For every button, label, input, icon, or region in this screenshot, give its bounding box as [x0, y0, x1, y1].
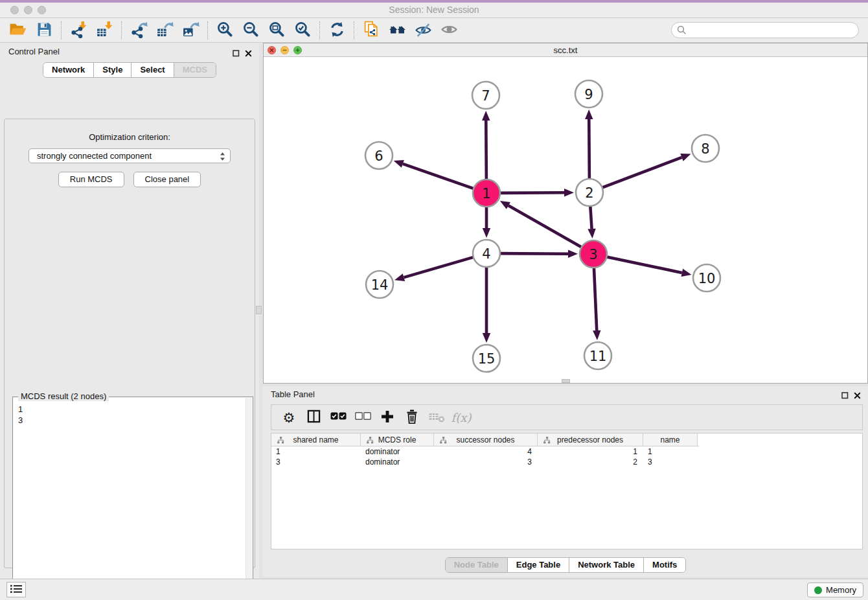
- tab-style[interactable]: Style: [93, 63, 131, 77]
- first-neighbors-button[interactable]: [384, 20, 410, 41]
- run-mcds-button[interactable]: Run MCDS: [58, 172, 124, 187]
- graph-node-label: 8: [701, 141, 709, 157]
- import-table-icon: [96, 21, 113, 40]
- zoom-in-icon: [216, 21, 234, 40]
- graph-node-label: 1: [482, 186, 490, 202]
- zoom-in-button[interactable]: [212, 20, 238, 41]
- edge-arrowhead: [394, 160, 404, 168]
- result-scrollbar[interactable]: [246, 398, 252, 600]
- import-network-button[interactable]: [65, 20, 91, 41]
- delete-row-button[interactable]: [400, 406, 424, 428]
- edge-2-8[interactable]: [602, 157, 682, 188]
- column-header-label: successor nodes: [456, 435, 514, 444]
- refresh-button[interactable]: [324, 20, 350, 41]
- float-table-panel-icon[interactable]: [841, 390, 849, 402]
- table-cell[interactable]: 2: [538, 457, 643, 467]
- duplicate-network-button[interactable]: [358, 20, 384, 41]
- edge-arrowhead: [482, 111, 490, 121]
- open-session-button[interactable]: [5, 20, 31, 41]
- float-panel-icon[interactable]: [233, 48, 240, 60]
- tab-network[interactable]: Network: [43, 63, 93, 77]
- import-table-button[interactable]: [91, 20, 117, 41]
- zoom-out-button[interactable]: [238, 20, 264, 41]
- zoom-fit-button[interactable]: [264, 20, 290, 41]
- zoom-selected-button[interactable]: [290, 20, 315, 41]
- network-canvas[interactable]: 7968124314101511: [264, 57, 867, 383]
- edge-arrowhead: [680, 154, 691, 161]
- network-splitter-handle[interactable]: [562, 379, 570, 383]
- edge-arrowhead: [593, 330, 600, 340]
- edge-3-10[interactable]: [606, 257, 682, 273]
- hide-selected-icon: [415, 21, 432, 40]
- tab-select[interactable]: Select: [131, 63, 173, 77]
- edge-3-11[interactable]: [594, 267, 597, 330]
- table-cell[interactable]: 4: [434, 446, 538, 457]
- graph-node-label: 2: [585, 185, 593, 201]
- column-header-successor-nodes[interactable]: successor nodes: [434, 433, 538, 446]
- table-settings-button[interactable]: ⚙: [277, 406, 301, 428]
- memory-button[interactable]: Memory: [807, 583, 863, 597]
- show-columns-button[interactable]: [301, 406, 326, 428]
- function-builder-button: f(x): [449, 406, 474, 428]
- edge-4-3[interactable]: [499, 253, 568, 254]
- window-titlebar: Session: New Session: [0, 3, 868, 18]
- table-row[interactable]: 3dominator323: [271, 457, 862, 467]
- edge-2-9[interactable]: [589, 119, 589, 179]
- task-history-button[interactable]: [6, 582, 26, 597]
- show-all-button[interactable]: [436, 20, 462, 41]
- table-cell[interactable]: 3: [434, 457, 538, 467]
- show-columns-icon: [307, 410, 321, 425]
- column-header-shared-name[interactable]: shared name: [271, 433, 361, 446]
- edge-4-14[interactable]: [404, 257, 474, 278]
- deselect-all-button[interactable]: [350, 406, 375, 428]
- duplicate-network-icon: [363, 21, 380, 40]
- save-session-button[interactable]: [31, 20, 57, 41]
- export-network-button[interactable]: [126, 20, 152, 41]
- edge-2-3[interactable]: [590, 205, 591, 229]
- criterion-select[interactable]: strongly connected component: [29, 148, 231, 163]
- table-cell[interactable]: 1: [643, 446, 698, 457]
- export-table-button[interactable]: [152, 20, 177, 41]
- tab-network-table[interactable]: Network Table: [569, 558, 643, 572]
- main-toolbar: [0, 18, 868, 43]
- edge-arrowhead: [681, 269, 692, 277]
- network-view-window: scc.txt 7968124314101511: [263, 43, 868, 384]
- export-image-button[interactable]: [177, 20, 203, 41]
- panel-splitter-handle[interactable]: [256, 306, 262, 314]
- close-panel-button[interactable]: Close panel: [133, 172, 201, 187]
- edge-3-1[interactable]: [508, 205, 582, 248]
- tab-motifs[interactable]: Motifs: [643, 558, 685, 572]
- save-session-icon: [36, 21, 52, 40]
- network-window-titlebar[interactable]: scc.txt: [264, 43, 867, 57]
- tab-edge-table[interactable]: Edge Table: [507, 558, 569, 572]
- mcds-result-text: 1 3: [18, 404, 249, 426]
- control-panel-tabs: NetworkStyleSelectMCDS: [0, 62, 259, 78]
- edge-1-7[interactable]: [486, 121, 486, 180]
- close-panel-icon[interactable]: [245, 48, 252, 60]
- node-table[interactable]: shared nameMCDS rolesuccessor nodesprede…: [271, 433, 863, 549]
- optimization-criterion-label: Optimization criterion:: [5, 132, 255, 142]
- delete-row-icon: [405, 410, 418, 426]
- table-cell[interactable]: 1: [271, 446, 361, 457]
- edge-1-6[interactable]: [403, 164, 474, 189]
- close-table-panel-icon[interactable]: [854, 390, 861, 402]
- table-cell[interactable]: 3: [643, 457, 698, 467]
- column-header-predecessor-nodes[interactable]: predecessor nodes: [538, 433, 643, 446]
- select-stepper-icon: [220, 152, 225, 163]
- edge-1-2[interactable]: [499, 192, 564, 193]
- select-all-button[interactable]: [326, 406, 350, 428]
- hide-selected-button[interactable]: [410, 20, 436, 41]
- search-input[interactable]: [671, 22, 859, 38]
- tab-node-table[interactable]: Node Table: [446, 558, 507, 572]
- table-cell[interactable]: 1: [538, 446, 643, 457]
- column-header-MCDS-role[interactable]: MCDS role: [361, 433, 434, 446]
- tab-mcds[interactable]: MCDS: [174, 63, 216, 77]
- table-cell[interactable]: dominator: [361, 446, 434, 457]
- graph-node-label: 4: [482, 246, 490, 262]
- add-row-button[interactable]: [375, 406, 400, 428]
- table-row[interactable]: 1dominator411: [271, 446, 862, 457]
- column-header-name[interactable]: name: [643, 433, 698, 446]
- table-cell[interactable]: dominator: [361, 457, 434, 467]
- export-network-icon: [130, 21, 148, 40]
- table-cell[interactable]: 3: [271, 457, 361, 467]
